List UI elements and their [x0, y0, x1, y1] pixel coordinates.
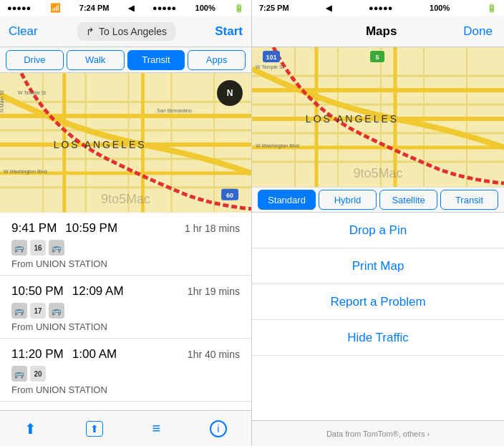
duration-3: 1hr 40 mins [188, 349, 240, 360]
signal-dots-left: ●●●●● [7, 4, 31, 12]
report-problem-button[interactable]: Report a Problem [252, 284, 504, 320]
depart-time-1: 9:41 PM [11, 221, 57, 236]
list-button[interactable]: ≡ [152, 420, 160, 437]
route-item[interactable]: 11:20 PM 1:00 AM 1hr 40 mins 🚌 20 From U… [0, 339, 251, 402]
status-bar-left: ●●●●● 📶 7:24 PM ◀ ●●●●● 100% 🔋 [0, 0, 251, 16]
arrive-time-2: 12:09 AM [72, 284, 124, 299]
location-icon-left: ◀ [128, 4, 134, 13]
bus-icon-1: 🚌 [11, 240, 27, 256]
svg-text:W Washington Blvd: W Washington Blvd [4, 169, 47, 175]
route-from-2: From UNION STATION [11, 321, 240, 332]
tab-apps[interactable]: Apps [188, 50, 246, 70]
clear-button[interactable]: Clear [9, 24, 38, 39]
map-right[interactable]: 101 5 LOS ANGELES W Washington Blvd W Te… [252, 47, 504, 187]
maps-title: Maps [366, 24, 397, 39]
tab-transit[interactable]: Transit [440, 190, 498, 210]
nav-bar-left: Clear ↱ To Los Angeles Start [0, 16, 251, 47]
info-button[interactable]: i [210, 420, 227, 437]
route-icons-3: 🚌 20 [11, 366, 240, 382]
tab-standard[interactable]: Standard [258, 190, 316, 210]
route-item[interactable]: 9:41 PM 10:59 PM 1 hr 18 mins 🚌 16 🚌 Fro… [0, 213, 251, 276]
svg-text:60: 60 [226, 192, 233, 199]
menu-list: Drop a Pin Print Map Report a Problem Hi… [252, 213, 504, 420]
route-num-1: 16 [30, 240, 46, 256]
right-panel: 7:25 PM ◀ ●●●●● 100% 🔋 Maps Done [252, 0, 504, 446]
route-item[interactable]: 10:50 PM 12:09 AM 1hr 19 mins 🚌 17 🚌 Fro… [0, 276, 251, 339]
destination-field[interactable]: ↱ To Los Angeles [77, 22, 175, 41]
print-map-button[interactable]: Print Map [252, 248, 504, 284]
signal-right: ●●●●● [369, 4, 392, 12]
compass[interactable]: N [217, 80, 243, 106]
done-button[interactable]: Done [463, 24, 493, 39]
svg-text:W Temple St: W Temple St [18, 90, 46, 96]
routes-list: 9:41 PM 10:59 PM 1 hr 18 mins 🚌 16 🚌 Fro… [0, 213, 251, 410]
route-icons-1: 🚌 16 🚌 [11, 240, 240, 256]
bus-icon-5: 🚌 [11, 366, 27, 382]
route-num-3: 20 [30, 366, 46, 382]
route-num-2: 17 [30, 303, 46, 319]
route-from-3: From UNION STATION [11, 384, 240, 395]
bus-icon-3: 🚌 [11, 303, 27, 319]
left-panel: ●●●●● 📶 7:24 PM ◀ ●●●●● 100% 🔋 Clear ↱ T… [0, 0, 252, 446]
drop-pin-button[interactable]: Drop a Pin [252, 213, 504, 248]
svg-text:5: 5 [375, 54, 379, 61]
arrive-time-3: 1:00 AM [72, 347, 117, 362]
bus-icon-2: 🚌 [49, 240, 64, 256]
start-button[interactable]: Start [215, 24, 243, 39]
time-left: 7:24 PM [79, 4, 110, 12]
share-button[interactable]: ⬆ [86, 421, 103, 437]
route-times-2: 10:50 PM 12:09 AM 1hr 19 mins [11, 284, 240, 299]
attribution-text: Data from TomTom®, others › [326, 430, 430, 438]
battery-left: 100% [195, 4, 215, 12]
destination-text: To Los Angeles [99, 26, 167, 37]
wifi-icon: 📶 [50, 3, 61, 13]
map-left[interactable]: 60 LOS ANGELES N Main St W Temple St W W… [0, 73, 251, 213]
hide-traffic-button[interactable]: Hide Traffic [252, 320, 504, 356]
tab-drive[interactable]: Drive [6, 50, 64, 70]
battery-icon-right: 🔋 [487, 4, 497, 13]
carrier-dots-left: ●●●●● [152, 4, 176, 12]
svg-text:San Bernardino: San Bernardino [157, 108, 192, 113]
direction-icon: ↱ [86, 26, 94, 37]
map-type-tabs: Standard Hybrid Satellite Transit [252, 187, 504, 213]
location-icon-right: ◀ [326, 4, 331, 13]
route-times-1: 9:41 PM 10:59 PM 1 hr 18 mins [11, 221, 240, 236]
bus-icon-4: 🚌 [49, 303, 64, 319]
route-from-1: From UNION STATION [11, 258, 240, 269]
data-attribution: Data from TomTom®, others › [252, 420, 504, 446]
svg-text:101: 101 [266, 54, 276, 61]
status-bar-right: 7:25 PM ◀ ●●●●● 100% 🔋 [252, 0, 504, 16]
location-button[interactable]: ⬆ [24, 420, 37, 437]
nav-bar-right: Maps Done [252, 16, 504, 47]
arrive-time-1: 10:59 PM [65, 221, 117, 236]
tab-transit[interactable]: Transit [127, 50, 185, 70]
route-icons-2: 🚌 17 🚌 [11, 303, 240, 319]
tab-walk[interactable]: Walk [67, 50, 125, 70]
svg-text:N Main St: N Main St [0, 90, 4, 112]
svg-text:LOS ANGELES: LOS ANGELES [54, 139, 147, 150]
time-right: 7:25 PM [259, 4, 289, 12]
svg-text:LOS ANGELES: LOS ANGELES [306, 113, 399, 125]
battery-icon-left: 🔋 [234, 4, 244, 13]
route-times-3: 11:20 PM 1:00 AM 1hr 40 mins [11, 347, 240, 362]
depart-time-2: 10:50 PM [11, 284, 64, 299]
tab-hybrid[interactable]: Hybrid [319, 190, 377, 210]
tab-satellite[interactable]: Satellite [379, 190, 437, 210]
transport-tabs: Drive Walk Transit Apps [0, 47, 251, 73]
duration-1: 1 hr 18 mins [185, 223, 240, 234]
svg-text:W Washington Blvd: W Washington Blvd [256, 143, 299, 149]
duration-2: 1hr 19 mins [188, 286, 240, 297]
compass-icon: N [227, 88, 233, 98]
svg-text:W Temple St: W Temple St [256, 64, 284, 70]
bottom-toolbar-left: ⬆ ⬆ ≡ i [0, 410, 251, 446]
depart-time-3: 11:20 PM [11, 347, 64, 362]
battery-right: 100% [430, 4, 450, 12]
